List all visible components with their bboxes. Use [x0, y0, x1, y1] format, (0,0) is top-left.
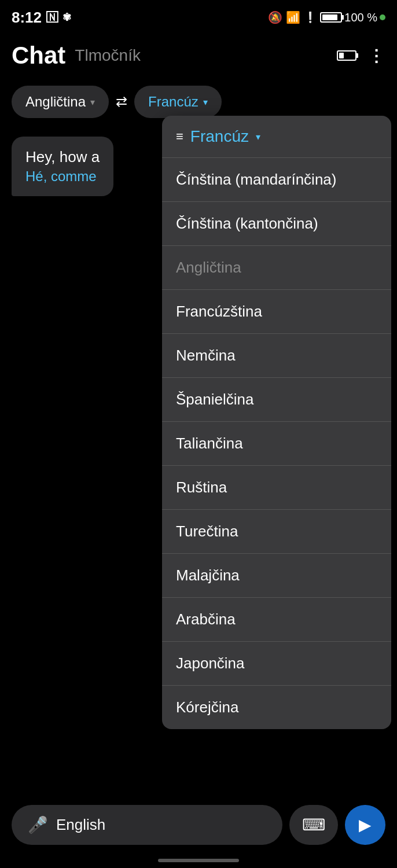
dropdown-item-italian[interactable]: Taliančina: [162, 422, 391, 466]
dropdown-item-chinese-mandarin[interactable]: Čínština (mandarínčina): [162, 158, 391, 202]
header-battery-icon: [337, 50, 356, 61]
left-language-label: Angličtina: [25, 94, 86, 110]
battery-percent: 100 %: [344, 11, 377, 24]
signal-icon: 📶: [286, 10, 300, 24]
battery-status: 100 %: [320, 11, 385, 24]
language-dropdown[interactable]: ≡ Francúz ▾ Čínština (mandarínčina)Čínšt…: [162, 116, 391, 729]
mic-button[interactable]: 🎤 English: [12, 805, 282, 845]
dropdown-item-french[interactable]: Francúzština: [162, 290, 391, 334]
keyboard-button[interactable]: ⌨: [289, 805, 338, 845]
left-language-chevron-icon: ▾: [90, 97, 95, 108]
app-title: Chat: [12, 42, 65, 69]
right-language-button[interactable]: Francúz ▾: [134, 86, 222, 118]
dropdown-item-russian[interactable]: Ruština: [162, 466, 391, 510]
header-actions: ⋮: [337, 46, 385, 65]
dropdown-item-spanish[interactable]: Španielčina: [162, 378, 391, 422]
send-icon: ▶: [359, 816, 372, 834]
right-language-label: Francúz: [148, 94, 198, 110]
wifi-icon: ✾: [63, 11, 71, 24]
mute-icon: 🔕: [268, 10, 282, 24]
chat-bubble-1-translated-text: Hé, comme: [25, 168, 100, 185]
keyboard-icon: ⌨: [302, 816, 325, 834]
dropdown-item-chinese-cantonese[interactable]: Čínština (kantončina): [162, 202, 391, 246]
dropdown-header-title: Francúz: [190, 127, 249, 146]
swap-languages-button[interactable]: ⇄: [116, 94, 127, 110]
dropdown-header-chevron-icon: ▾: [256, 131, 260, 142]
dropdown-item-arabic[interactable]: Arabčina: [162, 598, 391, 642]
status-time: 8:12 🄽 ✾: [12, 9, 71, 27]
left-language-button[interactable]: Angličtina ▾: [12, 86, 109, 118]
dropdown-items-list: Čínština (mandarínčina)Čínština (kantonč…: [162, 158, 391, 729]
right-language-chevron-icon: ▾: [203, 97, 208, 108]
send-button[interactable]: ▶: [345, 805, 385, 845]
dropdown-item-turkish[interactable]: Turečtina: [162, 510, 391, 554]
dropdown-item-english[interactable]: Angličtina: [162, 246, 391, 290]
dropdown-item-japanese[interactable]: Japončina: [162, 642, 391, 686]
home-indicator: [158, 859, 239, 862]
mic-language-label: English: [56, 816, 105, 834]
mic-icon: 🎤: [28, 815, 48, 834]
status-right-icons: 🔕 📶 ❕ 100 %: [268, 10, 385, 24]
chat-bubble-1: Hey, how a Hé, comme: [12, 137, 113, 196]
time-display: 8:12: [12, 9, 42, 27]
dropdown-item-korean[interactable]: Kórejčina: [162, 686, 391, 729]
nfc-icon: 🄽: [46, 11, 58, 24]
dropdown-item-german[interactable]: Nemčina: [162, 334, 391, 378]
dropdown-header: ≡ Francúz ▾: [162, 116, 391, 158]
chat-bubble-1-main-text: Hey, how a: [25, 148, 100, 166]
dropdown-item-malay[interactable]: Malajčina: [162, 554, 391, 598]
header: Chat Tlmočník ⋮: [0, 32, 397, 79]
status-bar: 8:12 🄽 ✾ 🔕 📶 ❕ 100 %: [0, 0, 397, 32]
app-subtitle: Tlmočník: [75, 46, 141, 65]
more-menu-button[interactable]: ⋮: [368, 46, 385, 65]
alert-icon: ❕: [304, 11, 317, 24]
green-dot-icon: [380, 14, 385, 20]
bottom-bar: 🎤 English ⌨ ▶: [0, 805, 397, 845]
